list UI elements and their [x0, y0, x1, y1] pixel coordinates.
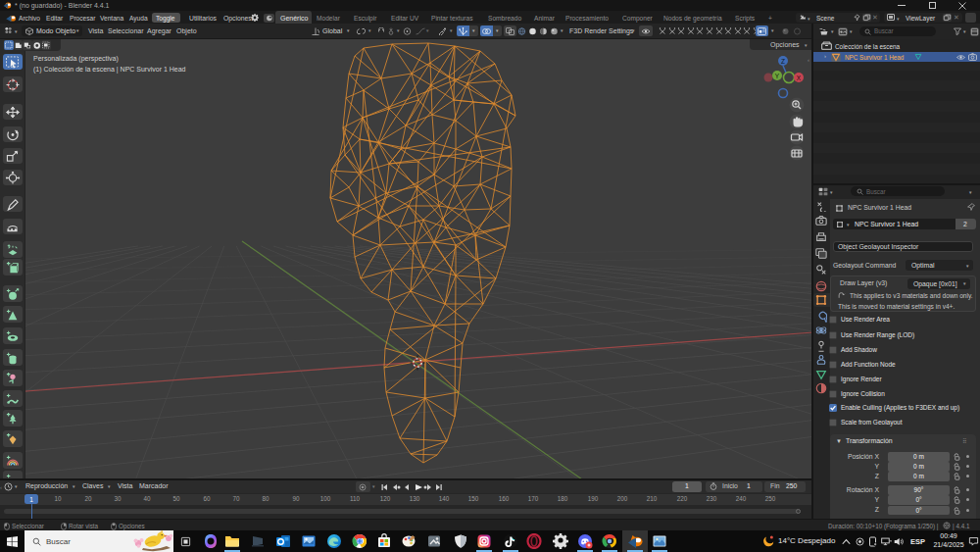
- svg-text:X: X: [797, 75, 802, 81]
- svg-text:Y: Y: [775, 73, 780, 79]
- svg-text:Z: Z: [781, 58, 785, 65]
